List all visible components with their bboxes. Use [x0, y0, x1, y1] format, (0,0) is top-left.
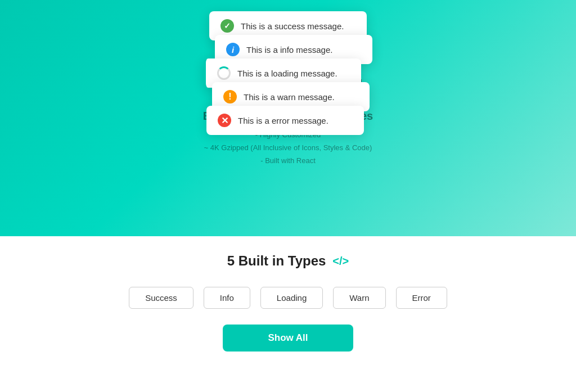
toast-loading-message: This is a loading message. [237, 69, 338, 78]
types-header: 5 Built in Types </> [227, 253, 349, 269]
hero-section: ✓ This is a success message. i This is a… [0, 0, 576, 236]
type-buttons: Success Info Loading Warn Error [129, 287, 447, 309]
type-button-warn[interactable]: Warn [333, 287, 385, 309]
toast-error-message: This is a error message. [238, 116, 328, 125]
type-button-success[interactable]: Success [129, 287, 194, 309]
success-icon: ✓ [220, 19, 234, 33]
loading-icon [217, 66, 231, 80]
error-icon: ✕ [218, 114, 231, 127]
toasts-container: ✓ This is a success message. i This is a… [204, 11, 372, 135]
code-icon: </> [332, 255, 349, 268]
toast-success-message: This is a success message. [241, 21, 344, 31]
types-count-title: 5 Built in Types [227, 253, 326, 269]
toast-info-message: This is a info message. [246, 45, 332, 55]
warn-icon: ! [223, 90, 237, 103]
hero-meta-line2: ~ 4K Gzipped (All Inclusive of Icons, St… [204, 141, 372, 154]
type-button-info[interactable]: Info [204, 287, 250, 309]
type-button-loading[interactable]: Loading [260, 287, 323, 309]
hero-built: - Built with React [260, 156, 316, 165]
toast-warn-message: This is a warn message. [244, 92, 335, 102]
bottom-section: 5 Built in Types </> Success Info Loadin… [0, 236, 576, 392]
type-button-error[interactable]: Error [396, 287, 447, 309]
info-icon: i [226, 43, 240, 56]
toast-error: ✕ This is a error message. [206, 106, 364, 135]
show-all-button[interactable]: Show All [223, 325, 353, 352]
